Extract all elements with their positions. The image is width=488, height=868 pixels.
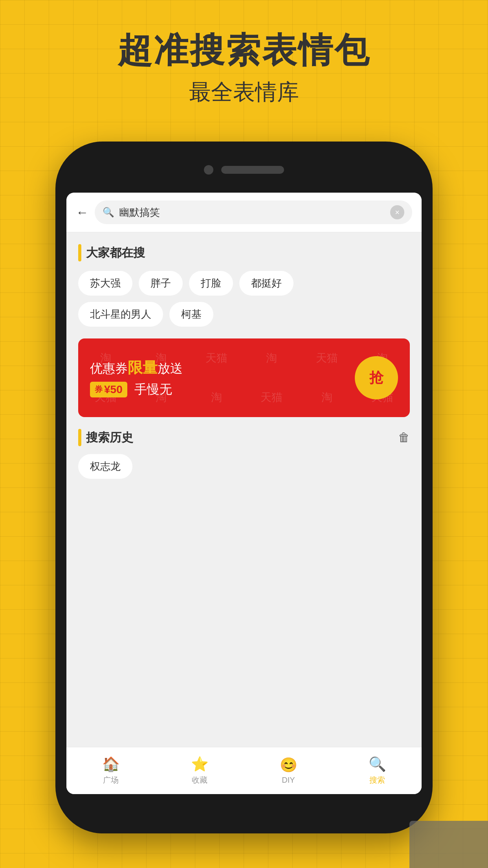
section-indicator <box>78 244 81 261</box>
ad-text-group: 优惠券限量放送 券 ¥50 手慢无 <box>90 358 183 398</box>
diy-icon: 😊 <box>280 757 297 773</box>
star-icon: ⭐ <box>191 756 209 772</box>
popular-tags-row2: 北斗星的男人 柯基 <box>78 302 410 327</box>
ad-grab-button[interactable]: 抢 <box>355 356 398 399</box>
home-icon: 🏠 <box>102 756 120 772</box>
page-subtitle: 最全表情库 <box>0 77 488 107</box>
tag-sudaqiang[interactable]: 苏大强 <box>78 271 132 296</box>
search-input-wrapper[interactable]: 🔍 幽默搞笑 × <box>95 200 412 224</box>
history-header: 搜索历史 🗑 <box>78 429 410 446</box>
popular-section-title: 大家都在搜 <box>86 245 145 261</box>
nav-label-home: 广场 <box>103 775 119 785</box>
nav-label-search: 搜索 <box>369 775 385 785</box>
speaker-bar <box>221 166 284 174</box>
back-button[interactable]: ← <box>76 205 88 220</box>
history-item-0[interactable]: 权志龙 <box>78 454 132 479</box>
content-area: 大家都在搜 苏大强 胖子 打脸 都挺好 北斗星的男人 柯基 淘 <box>66 232 422 497</box>
tag-doutinghao[interactable]: 都挺好 <box>239 271 294 296</box>
ad-highlight: 限量 <box>128 359 158 376</box>
bottom-nav: 🏠 广场 ⭐ 收藏 😊 DIY 🔍 搜索 <box>66 747 422 794</box>
nav-label-favorites: 收藏 <box>192 775 207 785</box>
history-section: 搜索历史 🗑 权志龙 <box>78 429 410 479</box>
coupon-badge: 券 ¥50 <box>90 382 127 397</box>
phone-screen: ← 🔍 幽默搞笑 × 大家都在搜 苏大强 <box>66 193 422 794</box>
phone-top-bar <box>204 165 284 175</box>
history-section-title-group: 搜索历史 <box>78 429 133 446</box>
clear-button[interactable]: × <box>390 205 404 219</box>
search-icon: 🔍 <box>103 207 114 218</box>
nav-label-diy: DIY <box>282 776 295 785</box>
popular-tags-row1: 苏大强 胖子 打脸 都挺好 <box>78 271 410 296</box>
nav-item-search[interactable]: 🔍 搜索 <box>333 756 422 785</box>
tag-pangzi[interactable]: 胖子 <box>139 271 183 296</box>
history-indicator <box>78 429 81 446</box>
delete-history-button[interactable]: 🗑 <box>398 431 410 444</box>
history-section-title: 搜索历史 <box>86 430 133 446</box>
tag-keji[interactable]: 柯基 <box>169 302 213 327</box>
phone-mockup: ← 🔍 幽默搞笑 × 大家都在搜 苏大强 <box>55 142 433 833</box>
ad-grab-text: 抢 <box>369 368 383 388</box>
search-nav-icon: 🔍 <box>369 756 386 772</box>
ad-line1-suffix: 放送 <box>158 361 183 375</box>
ad-line2: 手慢无 <box>134 381 172 398</box>
coupon-amount: ¥50 <box>104 383 123 396</box>
taskbar-indicator <box>409 821 488 868</box>
history-tags-row: 权志龙 <box>78 454 410 479</box>
nav-item-home[interactable]: 🏠 广场 <box>66 756 155 785</box>
ad-coupon-row: 券 ¥50 手慢无 <box>90 381 183 398</box>
ad-line1: 优惠券限量放送 <box>90 358 183 378</box>
page-title: 超准搜索表情包 <box>0 31 488 70</box>
ad-banner[interactable]: 淘 淘 天猫 淘 天猫 淘 天猫 淘 淘 天猫 淘 天猫 <box>78 338 410 417</box>
camera-dot <box>204 165 213 175</box>
tag-dalian[interactable]: 打脸 <box>189 271 233 296</box>
tag-beidouxing[interactable]: 北斗星的男人 <box>78 302 163 327</box>
search-input[interactable]: 幽默搞笑 <box>119 206 385 219</box>
nav-item-favorites[interactable]: ⭐ 收藏 <box>155 756 244 785</box>
ad-line1-prefix: 优惠券 <box>90 361 128 375</box>
search-bar-area: ← 🔍 幽默搞笑 × <box>66 193 422 232</box>
popular-section-header: 大家都在搜 <box>78 244 410 261</box>
nav-item-diy[interactable]: 😊 DIY <box>244 757 333 785</box>
coupon-prefix: 券 <box>95 384 103 395</box>
